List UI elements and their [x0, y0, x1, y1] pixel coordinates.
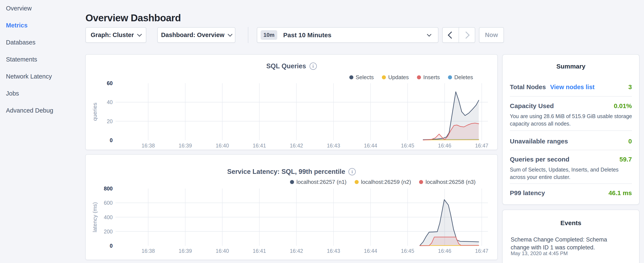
- x-tick-label: 16:47: [475, 248, 488, 254]
- prev-time-button[interactable]: [443, 28, 458, 42]
- y-tick-label: 800: [104, 185, 113, 191]
- sidebar-item-databases[interactable]: Databases: [6, 39, 36, 46]
- p99-latency-label: P99 latency: [510, 189, 545, 197]
- divider: [510, 150, 632, 150]
- now-button-label: Now: [485, 32, 498, 39]
- summary-row-unavailable-ranges: Unavailable ranges 0: [510, 137, 632, 145]
- sidebar-item-advanced-debug[interactable]: Advanced Debug: [6, 107, 53, 114]
- sidebar-item-overview[interactable]: Overview: [6, 5, 32, 12]
- qps-description: Sum of Selects, Updates, Inserts, and De…: [510, 166, 634, 181]
- sidebar-item-network-latency[interactable]: Network Latency: [6, 73, 52, 80]
- x-tick-label: 16:45: [401, 143, 414, 149]
- sidebar-item-jobs[interactable]: Jobs: [6, 90, 19, 97]
- dashboard-label: Dashboard: Overview: [161, 32, 224, 39]
- sidebar-item-metrics[interactable]: Metrics: [6, 22, 28, 29]
- x-tick-label: 16:45: [401, 248, 414, 254]
- qps-label: Queries per second: [510, 156, 569, 163]
- event-message[interactable]: Schema Change Completed: Schema change w…: [511, 236, 615, 251]
- divider: [510, 130, 632, 131]
- summary-row-p99-latency: P99 latency 46.1 ms: [510, 189, 632, 197]
- capacity-used-label: Capacity Used: [510, 102, 554, 110]
- y-tick-label: 60: [107, 80, 113, 86]
- x-tick-label: 16:47: [475, 143, 488, 149]
- x-tick-label: 16:46: [438, 143, 451, 149]
- capacity-used-description: You are using 28.6 MiB of 515.9 GiB usab…: [510, 113, 634, 127]
- p99-latency-value: 46.1 ms: [608, 189, 632, 197]
- service-latency-plot[interactable]: 16:3816:3916:4016:4116:4216:4316:4416:45…: [86, 155, 498, 260]
- toolbar-divider: [248, 27, 248, 43]
- sidebar: Overview Metrics Databases Statements Ne…: [0, 0, 85, 263]
- divider: [510, 96, 632, 97]
- graph-scope-label: Graph: Cluster: [90, 32, 134, 39]
- total-nodes-value: 3: [628, 83, 632, 91]
- sidebar-item-statements[interactable]: Statements: [6, 56, 37, 63]
- x-tick-label: 16:42: [290, 143, 303, 149]
- unavailable-ranges-label: Unavailable ranges: [510, 138, 568, 145]
- dashboard-dropdown[interactable]: Dashboard: Overview: [157, 27, 235, 43]
- y-tick-label: 40: [107, 99, 113, 105]
- x-tick-label: 16:38: [142, 143, 155, 149]
- x-tick-label: 16:41: [253, 143, 266, 149]
- chevron-down-icon: [137, 32, 142, 37]
- x-tick-label: 16:42: [290, 248, 303, 254]
- graph-scope-dropdown[interactable]: Graph: Cluster: [86, 27, 146, 43]
- chevron-right-icon: [462, 32, 470, 39]
- x-gridlines: [148, 83, 482, 140]
- divider: [510, 183, 632, 184]
- time-range-label: Past 10 Minutes: [283, 32, 428, 39]
- events-title: Events: [502, 219, 639, 227]
- summary-row-capacity-used: Capacity Used 0.01%: [510, 102, 632, 110]
- x-tick-label: 16:44: [364, 143, 378, 149]
- x-tick-label: 16:40: [216, 143, 229, 149]
- capacity-used-value: 0.01%: [614, 102, 632, 110]
- chevron-left-icon: [448, 32, 455, 39]
- y-tick-label: 600: [104, 200, 113, 206]
- x-tick-label: 16:40: [216, 248, 229, 254]
- view-nodes-list-link[interactable]: View nodes list: [550, 84, 594, 91]
- chevron-down-icon: [427, 32, 432, 37]
- y-tick-label: 0: [110, 243, 113, 249]
- y-axis-unit-label: latency (ms): [92, 202, 98, 232]
- y-tick-label: 200: [104, 228, 113, 234]
- series-line-Updates: [423, 140, 479, 140]
- y-tick-label: 400: [104, 214, 113, 220]
- x-tick-label: 16:38: [142, 248, 155, 254]
- y-tick-label: 0: [110, 137, 113, 143]
- x-tick-label: 16:43: [327, 248, 340, 254]
- time-step-buttons: [442, 27, 475, 43]
- x-tick-label: 16:41: [253, 248, 266, 254]
- sql-queries-chart-panel: SQL Queries i SelectsUpdatesInsertsDelet…: [85, 54, 498, 150]
- x-tick-label: 16:39: [178, 143, 192, 149]
- unavailable-ranges-value: 0: [628, 138, 632, 145]
- x-tick-label: 16:46: [438, 248, 451, 254]
- time-range-badge: 10m: [261, 30, 277, 40]
- summary-row-qps: Queries per second 59.7: [510, 156, 632, 163]
- db-console-page: Overview Metrics Databases Statements Ne…: [0, 0, 644, 263]
- next-time-button[interactable]: [458, 28, 475, 42]
- qps-value: 59.7: [620, 156, 632, 163]
- chevron-down-icon: [228, 32, 232, 37]
- summary-panel: Summary Total Nodes View nodes list 3 Ca…: [502, 54, 640, 205]
- time-range-dropdown[interactable]: 10m Past 10 Minutes: [257, 27, 438, 43]
- x-tick-label: 16:39: [178, 248, 192, 254]
- y-axis-unit-label: queries: [92, 103, 98, 121]
- y-tick-label: 20: [107, 118, 113, 124]
- summary-row-total-nodes: Total Nodes View nodes list 3: [510, 83, 632, 91]
- total-nodes-label: Total Nodes: [510, 83, 546, 91]
- x-tick-label: 16:43: [327, 143, 340, 149]
- sql-queries-plot[interactable]: 16:3816:3916:4016:4116:4216:4316:4416:45…: [86, 55, 498, 150]
- events-panel: Events Schema Change Completed: Schema c…: [502, 210, 640, 263]
- summary-title: Summary: [502, 63, 639, 70]
- now-button[interactable]: Now: [479, 27, 504, 43]
- service-latency-chart-panel: Service Latency: SQL, 99th percentile i …: [85, 154, 498, 260]
- event-timestamp: May 13, 2020 at 4:45 PM: [511, 250, 568, 256]
- page-title: Overview Dashboard: [86, 12, 181, 24]
- x-tick-label: 16:44: [364, 248, 378, 254]
